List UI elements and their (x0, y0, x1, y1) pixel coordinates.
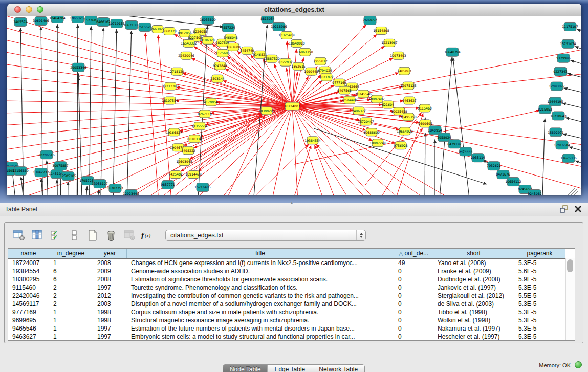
graph-node-label: 5466048 (224, 36, 238, 39)
graph-edge-arrowhead (90, 26, 93, 30)
graph-node-label: 11175107 (562, 25, 578, 28)
table-row[interactable]: 977716911998Corpus callosum shape and si… (8, 308, 575, 316)
graph-edge (7, 24, 292, 106)
column-header-title[interactable]: title (127, 249, 394, 258)
graph-edge-arrowhead (144, 33, 147, 36)
table-cell: Structural magnetic resonance image aver… (127, 316, 394, 324)
svg-text:(x): (x) (145, 233, 151, 239)
table-selector-combobox[interactable]: citations_edges.txt (165, 230, 366, 241)
graph-node-label: 10025458 (391, 110, 407, 113)
graph-edge (292, 73, 581, 106)
table-cell: 5.3E-5 (514, 308, 565, 316)
new-table-icon[interactable] (85, 229, 99, 243)
graph-edge-arrowhead (223, 80, 227, 83)
table-cell: 5.3E-5 (514, 324, 565, 333)
float-panel-icon[interactable] (559, 205, 568, 213)
column-header-pagerank[interactable]: pagerank (514, 249, 565, 258)
table-row[interactable]: 2242004622012Investigating the contribut… (8, 292, 575, 300)
table-cell: 0 (394, 292, 433, 300)
graph-edge-arrowhead (433, 139, 437, 143)
table-row[interactable]: 1830029562008Estimation of significance … (8, 275, 575, 283)
column-header-year[interactable]: year (93, 249, 127, 258)
vertical-scrollbar[interactable] (565, 258, 575, 340)
table-cell: 1 (49, 259, 93, 267)
graph-node-label: 12444195 (547, 100, 563, 103)
graph-node-label: 19384554 (304, 139, 321, 142)
memory-status-indicator[interactable] (575, 361, 582, 368)
graph-edge (207, 106, 292, 195)
select-all-icon[interactable]: ✓✓ (49, 229, 62, 243)
graph-node-label: 7857224 (221, 26, 235, 29)
network-graph-canvas[interactable]: 1872400798601288912955822605882275081654… (7, 16, 581, 195)
resize-grip-icon[interactable] (568, 188, 575, 195)
delete-table-icon[interactable] (104, 229, 118, 243)
table-row[interactable]: 946362711997Embryonic stem cells: a mode… (8, 333, 575, 341)
graph-node-label: 8215953 (538, 107, 552, 111)
graph-node-label: 13942737 (33, 170, 49, 174)
graph-node-label: 9242848 (213, 64, 227, 68)
graph-node-label: 8912955 (178, 31, 192, 35)
graph-node-label: 8227508 (188, 36, 202, 39)
table-cell: 18724007 (8, 259, 49, 267)
graph-edge-arrowhead (56, 24, 59, 28)
close-panel-icon[interactable] (574, 205, 582, 213)
table-cell: 1 (49, 333, 93, 341)
table-row[interactable]: 1872400712008Changes of HCN gene express… (8, 259, 575, 267)
table-cell: 0 (394, 308, 433, 316)
graph-node-label: 2935114 (471, 156, 485, 160)
combobox-stepper-icon[interactable] (356, 230, 365, 240)
graph-edge-arrowhead (381, 46, 385, 49)
graph-node-label: 12975125 (400, 84, 417, 87)
network-window-titlebar[interactable]: citations_edges.txt (7, 4, 581, 16)
network-graph[interactable]: 1872400798601288912955822605882275081654… (7, 16, 581, 195)
node-table: namein_degreeyeartitle△out_de...shortpag… (8, 248, 575, 341)
column-header-short[interactable]: short (433, 249, 514, 258)
graph-node-label: 19218986 (271, 25, 287, 28)
graph-edge-arrowhead (575, 161, 579, 164)
import-table-icon[interactable]: x (122, 229, 136, 243)
column-chooser-icon[interactable] (30, 229, 44, 243)
graph-node-label: 7486372 (352, 109, 366, 113)
graph-edge-arrowhead (295, 72, 298, 76)
table-row[interactable]: 911546021997Tourette syndrome. Phenomeno… (8, 283, 575, 292)
graph-edge (292, 106, 299, 195)
table-row[interactable]: 946554611997Estimation of the future num… (8, 324, 575, 333)
table-body: 1872400712008Changes of HCN gene express… (8, 259, 575, 341)
graph-edge (315, 145, 335, 195)
graph-edge-arrowhead (569, 146, 573, 149)
table-cell: 1998 (93, 308, 127, 316)
network-view-panel: citations_edges.txt 18724007986012889129… (0, 0, 588, 203)
graph-node-label: 2405574 (13, 20, 28, 24)
table-cell: 2008 (93, 275, 127, 283)
graph-node-label: 16914479 (185, 172, 202, 176)
graph-node-label: 10807487 (368, 97, 385, 101)
graph-node-label: 16245546 (355, 92, 372, 96)
deselect-all-icon[interactable] (67, 229, 81, 243)
table-row[interactable]: 1938455462009Genome-wide association stu… (8, 267, 575, 275)
column-header-in_degree[interactable]: in_degree (49, 249, 93, 258)
vertical-scrollbar-thumb[interactable] (567, 259, 573, 272)
table-settings-icon[interactable] (12, 229, 26, 243)
table-panel-body: ✓✓xf(x)citations_edges.txt namein_degree… (4, 222, 583, 343)
column-header-name[interactable]: name (8, 249, 49, 258)
graph-node-label: 9777169 (332, 81, 346, 84)
table-row[interactable]: 969969511998Structural magnetic resonanc… (8, 316, 575, 324)
function-builder-icon[interactable]: f(x) (141, 229, 155, 243)
table-cell: Dudbridge et al. (2008) (433, 275, 514, 283)
graph-node-label: 29053346 (70, 65, 86, 69)
graph-node-label: 4170054 (204, 100, 218, 104)
table-panel: ▲ Table Panel ✓✓xf(x)citations_edges.txt… (0, 203, 588, 372)
panel-resize-handle[interactable]: ▲ (290, 202, 294, 205)
table-cell: Genome-wide association studies in ADHD. (127, 267, 394, 275)
graph-node-label: 10653257 (70, 16, 86, 20)
table-row[interactable]: 1456911722003Disruption of a novel membe… (8, 300, 575, 308)
graph-edge (7, 62, 292, 106)
graph-node-label: 12156889 (12, 169, 29, 172)
graph-edge-arrowhead (20, 177, 23, 180)
resize-grip-icon[interactable] (571, 189, 577, 195)
column-header-out_de[interactable]: △out_de... (394, 249, 433, 258)
graph-node-label: 10654112 (505, 180, 521, 183)
graph-edge (127, 31, 132, 195)
graph-node-label: 12603948 (176, 160, 192, 163)
svg-text:f: f (141, 231, 145, 239)
